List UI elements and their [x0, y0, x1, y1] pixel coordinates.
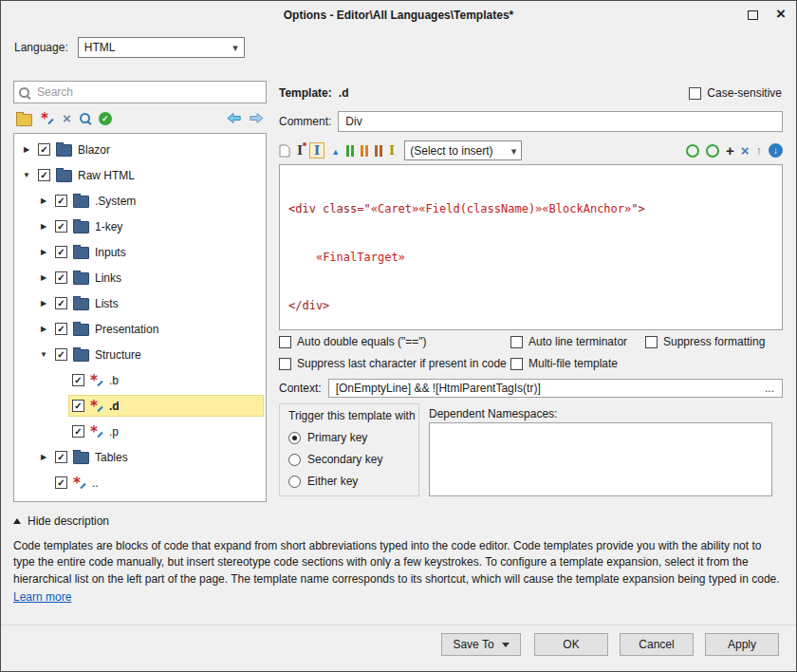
- template-code-editor[interactable]: <div class="«Caret»«Field(className)»«Bl…: [279, 164, 783, 330]
- suppress-formatting-label: Suppress formatting: [663, 335, 765, 348]
- footer-divider: [1, 625, 796, 625]
- tree-checkbox[interactable]: [55, 476, 67, 489]
- expander-collapsed-icon[interactable]: [36, 299, 51, 308]
- comment-input[interactable]: [343, 114, 777, 129]
- paired-markers-green-icon[interactable]: [346, 145, 354, 157]
- learn-more-link[interactable]: Learn more: [13, 590, 71, 604]
- secondary-key-radio[interactable]: [288, 454, 301, 466]
- search-input[interactable]: [35, 84, 261, 100]
- template-icon: [90, 425, 103, 439]
- tree-checkbox[interactable]: [72, 425, 84, 438]
- tree-checkbox[interactable]: [72, 400, 84, 412]
- tree-item-label[interactable]: .d: [109, 400, 120, 413]
- ok-button[interactable]: OK: [534, 633, 608, 656]
- context-label: Context:: [279, 382, 322, 395]
- add-field-icon[interactable]: [726, 143, 734, 159]
- navigate-forward-icon[interactable]: [250, 113, 264, 123]
- suppress-last-char-checkbox[interactable]: [279, 358, 291, 370]
- tree-item-label[interactable]: Raw HTML: [78, 169, 135, 182]
- select-to-insert-dropdown[interactable]: (Select to insert): [404, 140, 522, 160]
- expander-collapsed-icon[interactable]: [36, 325, 51, 333]
- suppress-formatting-checkbox[interactable]: [645, 336, 658, 348]
- tree-item-label[interactable]: 1-key: [95, 220, 122, 233]
- paired-markers-brown-icon[interactable]: [375, 145, 382, 157]
- expander-expanded-icon[interactable]: [36, 350, 51, 359]
- tree-checkbox[interactable]: [55, 246, 67, 258]
- tree-checkbox[interactable]: [38, 169, 50, 181]
- tree-checkbox[interactable]: [55, 348, 67, 361]
- new-document-icon[interactable]: [279, 144, 290, 158]
- paired-markers-orange-icon[interactable]: [361, 145, 368, 157]
- suppress-last-char-label: Suppress last character if present in co…: [297, 357, 507, 370]
- move-down-icon[interactable]: [769, 143, 783, 158]
- text-cursor-yellow-icon[interactable]: [389, 144, 395, 157]
- tree-checkbox[interactable]: [55, 220, 67, 233]
- tree-item-label[interactable]: ..: [92, 476, 99, 490]
- tree-item-label[interactable]: Blazor: [78, 143, 110, 157]
- text-cursor-icon[interactable]: [297, 144, 303, 157]
- tree-item-label[interactable]: .p: [109, 425, 119, 439]
- tree-item-label[interactable]: Presentation: [95, 323, 158, 336]
- maximize-button[interactable]: [739, 1, 766, 29]
- tree-row: Raw HTML: [14, 162, 266, 188]
- tree-checkbox[interactable]: [72, 374, 84, 386]
- tree-row: .System: [14, 188, 266, 214]
- text-cursor-active-icon[interactable]: [309, 142, 324, 159]
- auto-line-terminator-checkbox[interactable]: [510, 336, 523, 348]
- tree-checkbox[interactable]: [55, 323, 67, 335]
- expander-collapsed-icon[interactable]: [36, 248, 51, 256]
- navigate-back-icon[interactable]: [227, 113, 241, 123]
- tree-item-label[interactable]: .b: [109, 374, 119, 387]
- expander-collapsed-icon[interactable]: [36, 453, 51, 461]
- code-tag: ">: [631, 202, 644, 215]
- expander-collapsed-icon[interactable]: [36, 273, 51, 282]
- code-field: «Caret»: [371, 202, 419, 215]
- validate-icon[interactable]: [99, 112, 112, 125]
- close-button[interactable]: [768, 1, 794, 29]
- tree-item-label[interactable]: Structure: [95, 348, 141, 362]
- save-to-button[interactable]: Save To: [441, 633, 521, 656]
- window-title: Options - Editor\All Languages\Templates…: [284, 9, 513, 22]
- expander-collapsed-icon[interactable]: [36, 222, 51, 231]
- hide-description-toggle[interactable]: Hide description: [13, 514, 786, 528]
- tree-checkbox[interactable]: [55, 297, 67, 309]
- expander-expanded-icon[interactable]: [19, 171, 34, 179]
- tree-checkbox[interactable]: [55, 271, 67, 284]
- either-key-radio[interactable]: [288, 476, 301, 488]
- multi-file-template-checkbox[interactable]: [510, 358, 523, 370]
- multi-file-template-option: Multi-file template: [510, 357, 618, 370]
- expander-collapsed-icon[interactable]: [19, 145, 34, 154]
- code-tag: <div class=": [288, 202, 371, 215]
- move-up-icon[interactable]: [756, 144, 763, 158]
- language-dropdown[interactable]: HTML: [78, 37, 245, 58]
- chevron-down-icon: [502, 643, 510, 647]
- context-input[interactable]: [334, 381, 762, 396]
- marker-icon[interactable]: [331, 144, 340, 158]
- auto-double-equals-checkbox[interactable]: [279, 336, 291, 348]
- code-field: «FinalTarget»: [316, 251, 405, 264]
- find-icon[interactable]: [80, 113, 90, 123]
- tree-item-label[interactable]: Inputs: [95, 246, 126, 259]
- tree-checkbox[interactable]: [55, 451, 67, 463]
- tree-item-label[interactable]: Lists: [95, 297, 119, 310]
- template-icon: [90, 400, 103, 413]
- new-template-icon[interactable]: [41, 112, 54, 125]
- tree-checkbox[interactable]: [38, 143, 50, 156]
- jump-next-icon[interactable]: [706, 144, 719, 158]
- delete-icon[interactable]: [63, 111, 71, 126]
- new-category-icon[interactable]: [16, 114, 32, 126]
- expander-collapsed-icon[interactable]: [36, 196, 51, 205]
- case-sensitive-checkbox[interactable]: [689, 87, 701, 100]
- context-browse-button[interactable]: ...: [762, 382, 777, 395]
- tree-item-label[interactable]: .System: [95, 195, 136, 208]
- tree-item-label[interactable]: Tables: [95, 451, 128, 464]
- cancel-button[interactable]: Cancel: [620, 633, 694, 656]
- tree-checkbox[interactable]: [55, 195, 67, 207]
- apply-button[interactable]: Apply: [705, 633, 779, 656]
- template-header: Template: .d: [279, 86, 348, 100]
- tree-item-label[interactable]: Links: [95, 271, 121, 285]
- jump-prev-icon[interactable]: [686, 144, 699, 158]
- namespaces-listbox[interactable]: [429, 422, 772, 496]
- remove-field-icon[interactable]: [741, 143, 750, 159]
- primary-key-radio[interactable]: [288, 432, 301, 444]
